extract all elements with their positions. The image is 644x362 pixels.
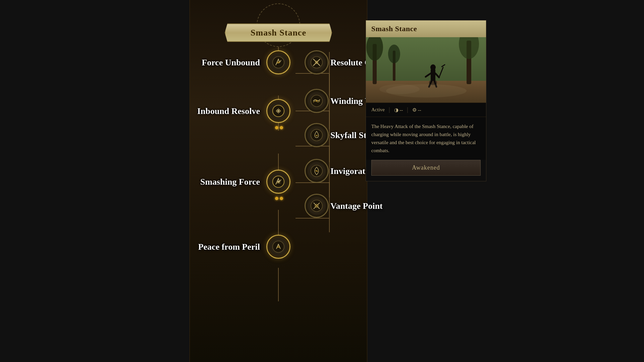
inbound-resolve-icon: [269, 102, 287, 120]
peace-from-peril-label: Peace from Peril: [198, 242, 260, 252]
skill-tree-title: Smash Stance: [251, 28, 306, 38]
skill-tree-panel: Smash Stance Force Unbound: [190, 0, 367, 362]
right-info-panel: Smash Stance: [366, 20, 486, 181]
vantage-point-icon: [308, 197, 326, 215]
skill-preview-image: [366, 37, 486, 103]
resolute-counterflow-node[interactable]: [305, 50, 329, 74]
svg-point-15: [316, 170, 318, 172]
smashing-force-dots: [275, 197, 283, 200]
svg-point-11: [316, 135, 318, 137]
skill-description: The Heavy Attack of the Smash Stance, ca…: [366, 117, 486, 160]
skill-stats-row: Active | ◑ -- | ⚙ --: [366, 103, 486, 117]
smashing-force-node[interactable]: [266, 170, 290, 194]
svg-point-7: [277, 110, 279, 112]
connector-v-right5: [329, 182, 330, 232]
svg-point-1: [277, 61, 279, 63]
svg-point-20: [316, 205, 317, 206]
svg-point-30: [388, 45, 400, 63]
peace-from-peril-node[interactable]: [266, 235, 290, 259]
dot3: [275, 197, 278, 200]
connector-h5: [296, 218, 329, 219]
gear-stat: ⚙ --: [412, 107, 421, 113]
svg-point-22: [277, 246, 279, 248]
right-panel-title: Smash Stance: [366, 20, 486, 37]
moon-stat: ◑ --: [394, 107, 403, 113]
dot2: [280, 126, 283, 129]
skyfall-strike-icon: [308, 126, 326, 144]
svg-point-33: [430, 64, 436, 70]
winding-wind-icon: [308, 92, 326, 110]
invigoration-icon: [308, 162, 326, 180]
awakened-button[interactable]: Awakened: [371, 160, 481, 176]
skill-tree-title-banner: Smash Stance: [225, 23, 332, 42]
inbound-resolve-node[interactable]: [266, 99, 290, 123]
force-unbound-node[interactable]: [266, 50, 290, 74]
dot4: [280, 197, 283, 200]
smashing-force-icon: [269, 173, 287, 191]
inbound-resolve-dots: [275, 126, 283, 129]
winding-wind-node[interactable]: [305, 89, 329, 113]
svg-point-9: [316, 100, 318, 102]
smashing-force-label: Smashing Force: [200, 177, 260, 187]
inbound-resolve-label: Inbound Resolve: [197, 106, 260, 116]
force-unbound-icon: [269, 53, 287, 71]
invigoration-node[interactable]: [305, 159, 329, 183]
svg-rect-32: [431, 69, 435, 81]
resolute-counterflow-icon: [308, 53, 326, 71]
connector-h4: [296, 182, 329, 183]
vantage-point-node[interactable]: [305, 194, 329, 218]
svg-point-41: [379, 84, 420, 94]
divider1: |: [389, 106, 390, 113]
svg-point-13: [277, 181, 279, 183]
dot1: [275, 126, 278, 129]
status-label: Active: [371, 107, 385, 113]
vantage-point-label: Vantage Point: [330, 201, 383, 211]
skyfall-strike-node[interactable]: [305, 123, 329, 147]
peace-from-peril-icon: [269, 238, 287, 256]
connector-4: [278, 268, 279, 301]
force-unbound-label: Force Unbound: [202, 58, 260, 68]
divider2: |: [407, 106, 408, 113]
